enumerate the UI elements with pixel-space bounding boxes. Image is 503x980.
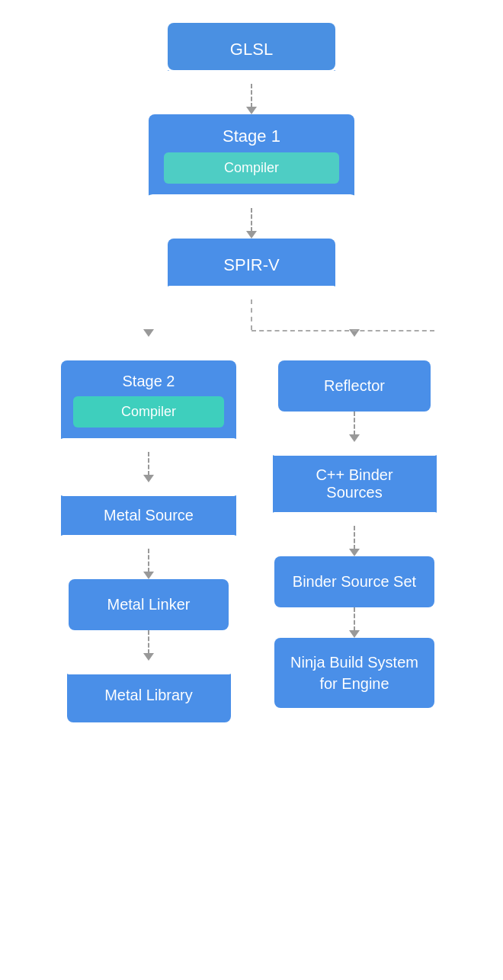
stage1-compiler: Compiler: [164, 152, 339, 184]
glsl-node: GLSL: [168, 23, 335, 84]
glsl-label: GLSL: [230, 40, 273, 59]
split-connector: [69, 299, 434, 330]
split-section: Stage 2 Compiler Metal Source: [53, 330, 450, 722]
stage2-compiler: Compiler: [73, 396, 224, 428]
metal-source-label: Metal Source: [104, 507, 194, 524]
connector-glsl-stage1: [246, 84, 257, 114]
stage1-node: Stage 1 Compiler: [149, 114, 354, 208]
binder-source-set-label: Binder Source Set: [293, 573, 416, 590]
metal-library-node: Metal Library: [67, 661, 231, 722]
metal-source-node: Metal Source: [61, 482, 236, 549]
metal-library-label: Metal Library: [104, 687, 193, 703]
right-column: Reflector C++ Binder Sources: [259, 330, 450, 708]
stage2-title: Stage 2: [73, 373, 224, 390]
connector-left-top: [143, 330, 154, 360]
ninja-build-label: Ninja Build System for Engine: [290, 654, 418, 692]
ninja-build-node: Ninja Build System for Engine: [274, 638, 434, 708]
connector-metallinker-metallib: [143, 630, 154, 661]
binder-source-set-node: Binder Source Set: [274, 556, 434, 607]
cpp-binder-label: C++ Binder Sources: [316, 466, 392, 501]
reflector-node: Reflector: [278, 360, 431, 412]
connector-stage1-spirv: [246, 208, 257, 239]
connector-stage2-metalsrc: [143, 452, 154, 482]
reflector-label: Reflector: [324, 377, 385, 394]
spirv-node: SPIR-V: [168, 239, 335, 299]
connector-metalsrc-metallinker: [143, 549, 154, 579]
connector-reflector-cppbinder: [349, 412, 360, 442]
connector-bindersrcset-ninja: [349, 607, 360, 638]
left-column: Stage 2 Compiler Metal Source: [53, 330, 244, 722]
connector-right-top: [349, 330, 360, 360]
connector-cppbinder-bindersrcset: [349, 526, 360, 556]
spirv-label: SPIR-V: [223, 255, 279, 274]
stage2-node: Stage 2 Compiler: [61, 360, 236, 452]
cpp-binder-node: C++ Binder Sources: [273, 442, 437, 526]
stage1-title: Stage 1: [164, 127, 339, 146]
diagram: GLSL Stage 1 Compiler SPIR-V: [0, 23, 503, 957]
metal-linker-label: Metal Linker: [107, 596, 191, 613]
metal-linker-node: Metal Linker: [69, 579, 229, 630]
